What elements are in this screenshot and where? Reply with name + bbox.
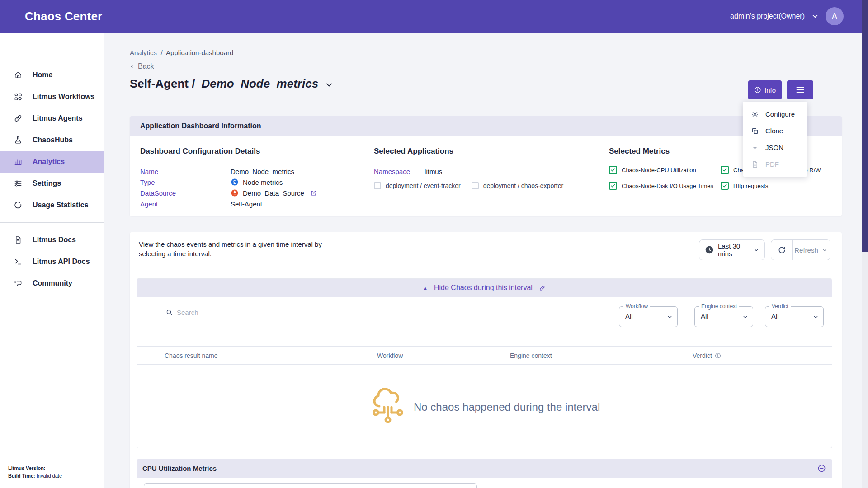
checkbox-unchecked[interactable] [472, 182, 479, 189]
sidebar-item-litmus-agents[interactable]: Litmus Agents [0, 108, 104, 129]
scrollbar-thumb[interactable] [862, 0, 868, 252]
time-range-dropdown[interactable]: Last 30 mins [699, 239, 765, 260]
metric-http-requests[interactable]: Http requests [721, 182, 832, 190]
info-button[interactable]: Info [748, 80, 782, 99]
document-icon [14, 235, 23, 244]
cloud-network-icon [372, 387, 404, 427]
interval-description: View the chaos events and metrics in a g… [139, 239, 342, 258]
metrics-card: View the chaos events and metrics in a g… [130, 232, 842, 488]
check-icon [610, 183, 616, 188]
check-icon [722, 167, 727, 173]
column-header-workflow: Workflow [377, 352, 403, 359]
actions-dropdown-menu: Configure Clone JSON PDF [743, 102, 807, 177]
search-input[interactable] [177, 309, 226, 316]
sidebar-item-settings[interactable]: Settings [0, 173, 104, 194]
sidebar-item-label: Litmus Docs [33, 236, 76, 244]
breadcrumb: Analytics / Application-dashboard [130, 49, 233, 56]
refresh-dropdown[interactable]: Refresh [793, 240, 830, 260]
metric-disk-io-times[interactable]: Chaos-Node-Disk I/O Usage Times [609, 182, 721, 190]
sidebar-item-litmus-workflows[interactable]: Litmus Workflows [0, 86, 104, 108]
refresh-icon [777, 245, 787, 255]
checkbox-chaos-exporter[interactable]: deployment / chaos-exporter [472, 182, 563, 189]
namespace-value: litmus [425, 168, 442, 175]
sidebar-item-chaoshubs[interactable]: ChaosHubs [0, 129, 104, 151]
avatar[interactable]: A [826, 7, 844, 25]
sidebar-item-litmus-docs[interactable]: Litmus Docs [0, 229, 104, 251]
sidebar-item-label: Litmus Workflows [33, 93, 95, 101]
menu-item-clone[interactable]: Clone [743, 122, 807, 139]
hamburger-icon [795, 85, 805, 95]
brand-title: Chaos Center [25, 9, 102, 23]
chevron-down-icon[interactable] [325, 80, 334, 89]
download-icon [751, 144, 759, 152]
chart-panel-partial [144, 483, 477, 488]
sidebar-item-analytics[interactable]: Analytics [0, 151, 104, 173]
node-metrics-icon [231, 178, 239, 186]
back-button[interactable]: Back [129, 62, 154, 70]
empty-state: No chaos happened during the interval [372, 387, 600, 427]
collapse-minus-icon[interactable] [817, 464, 826, 473]
cpu-utilization-metrics-header: CPU Utilization Metrics [137, 459, 832, 478]
gear-icon [751, 110, 759, 118]
top-header: Chaos Center admin's project(Owner) A [0, 0, 868, 33]
checkbox-checked[interactable] [609, 166, 617, 174]
config-row-name: Name Demo_Node_metrics [140, 166, 317, 177]
chevron-down-icon[interactable] [811, 12, 819, 20]
metric-cpu-utilization[interactable]: Chaos-Node-CPU Utilization [609, 166, 721, 174]
search-icon [165, 309, 173, 316]
community-icon [14, 279, 23, 288]
bar-chart-icon [14, 157, 23, 166]
chaos-interval-section: ▲ Hide Chaos during this interval Workfl… [137, 278, 832, 448]
app-screen: Chaos Center admin's project(Owner) A Ho… [0, 0, 868, 488]
column-header-chaos-result-name: Chaos result name [165, 352, 218, 359]
sidebar-item-usage-statistics[interactable]: Usage Statistics [0, 194, 104, 216]
project-selector-label[interactable]: admin's project(Owner) [730, 12, 805, 20]
checkbox-checked[interactable] [721, 182, 729, 190]
breadcrumb-application-dashboard: Application-dashboard [166, 49, 233, 56]
namespace-label: Namespace [374, 168, 410, 175]
config-row-type: Type Node metrics [140, 177, 317, 188]
checkbox-unchecked[interactable] [374, 182, 381, 189]
pencil-icon[interactable] [539, 284, 546, 291]
search-box [165, 309, 234, 319]
more-actions-button[interactable] [787, 80, 813, 99]
workflow-filter-select[interactable]: Workflow All [619, 306, 678, 327]
checkbox-checked[interactable] [609, 182, 617, 190]
clock-icon [705, 245, 714, 254]
usage-circle-icon [14, 201, 23, 210]
prometheus-icon [231, 189, 239, 197]
vertical-scrollbar[interactable] [862, 0, 868, 488]
clone-icon [751, 127, 759, 135]
menu-item-configure[interactable]: Configure [743, 106, 807, 122]
sidebar-divider [0, 222, 104, 223]
flask-icon [14, 136, 23, 145]
menu-item-pdf[interactable]: PDF [743, 156, 807, 173]
config-row-datasource: DataSource Demo_Data_Source [140, 188, 317, 198]
verdict-filter-select[interactable]: Verdict All [765, 306, 824, 327]
checkbox-checked[interactable] [721, 166, 729, 174]
hide-chaos-toggle[interactable]: ▲ Hide Chaos during this interval [137, 279, 832, 297]
engine-context-filter-select[interactable]: Engine context All [694, 306, 753, 327]
sidebar-item-label: Community [33, 279, 72, 287]
refresh-controls: Refresh [771, 239, 830, 260]
sidebar-item-label: Litmus API Docs [33, 258, 90, 266]
menu-item-json[interactable]: JSON [743, 139, 807, 156]
reload-button[interactable] [771, 240, 793, 260]
sidebar-item-home[interactable]: Home [0, 64, 104, 86]
check-icon [610, 167, 616, 173]
checkbox-event-tracker[interactable]: deployment / event-tracker [374, 182, 461, 189]
application-dashboard-information-card: Application Dashboard Information Dashbo… [130, 116, 842, 216]
column-header-engine-context: Engine context [510, 352, 552, 359]
breadcrumb-analytics[interactable]: Analytics [130, 49, 157, 56]
column-header-verdict: Verdict [693, 352, 721, 359]
page-title: Self-Agent / Demo_Node_metrics [130, 77, 334, 91]
sidebar-item-community[interactable]: Community [0, 272, 104, 294]
info-circle-icon[interactable] [715, 352, 721, 359]
chevron-down-icon [753, 246, 760, 253]
check-icon [722, 183, 727, 188]
sidebar-item-litmus-api-docs[interactable]: Litmus API Docs [0, 251, 104, 272]
selected-applications: Selected Applications Namespace litmus d… [374, 147, 563, 189]
external-link-icon[interactable] [310, 190, 317, 197]
table-divider [137, 346, 832, 347]
info-icon [754, 86, 761, 94]
